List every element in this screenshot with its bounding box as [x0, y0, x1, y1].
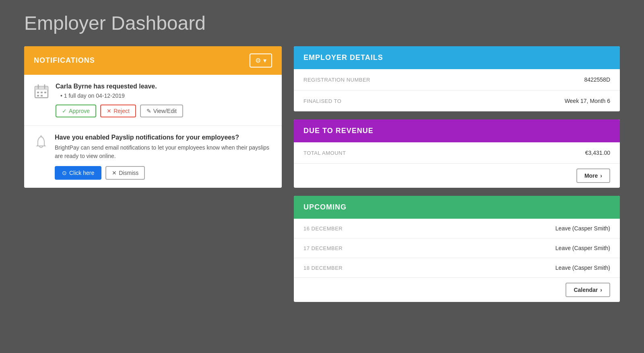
notif-leave-title: Carla Byrne has requested leave.: [56, 83, 272, 90]
view-edit-button[interactable]: ✎ View/Edit: [140, 105, 183, 117]
reject-label: Reject: [114, 108, 130, 114]
due-to-revenue-title: DUE TO REVENUE: [303, 127, 374, 135]
upcoming-event-2: Leave (Casper Smith): [555, 245, 610, 251]
notifications-header: NOTIFICATIONS ⚙ ▾: [24, 46, 282, 75]
upcoming-footer: Calendar ›: [294, 278, 620, 302]
upcoming-row-3: 18 DECEMBER Leave (Casper Smith): [294, 258, 620, 278]
circle-arrow-icon: ⊙: [62, 170, 67, 176]
due-to-revenue-header: DUE TO REVENUE: [294, 119, 620, 142]
upcoming-body: 16 DECEMBER Leave (Casper Smith) 17 DECE…: [294, 219, 620, 302]
total-amount-row: TOTAL AMOUNT €3,431.00: [294, 142, 620, 164]
notification-leave-request: Carla Byrne has requested leave. • 1 ful…: [24, 75, 282, 126]
registration-number-value: 8422558D: [584, 76, 610, 83]
finalised-to-row: FINALISED TO Week 17, Month 6: [294, 90, 620, 111]
more-chevron-right-icon: ›: [600, 172, 602, 179]
finalised-to-value: Week 17, Month 6: [565, 98, 610, 104]
due-to-revenue-footer: More ›: [294, 164, 620, 188]
times-icon: ✕: [107, 108, 111, 114]
page-title: Employer Dashboard: [24, 12, 620, 34]
upcoming-row-1: 16 DECEMBER Leave (Casper Smith): [294, 219, 620, 238]
upcoming-title: UPCOMING: [303, 203, 347, 211]
due-to-revenue-card: DUE TO REVENUE TOTAL AMOUNT €3,431.00 Mo…: [294, 119, 620, 188]
svg-rect-6: [44, 92, 46, 93]
left-panel: NOTIFICATIONS ⚙ ▾: [24, 46, 282, 188]
check-icon: ✓: [62, 108, 67, 114]
upcoming-event-1: Leave (Casper Smith): [555, 225, 610, 232]
total-amount-value: €3,431.00: [585, 150, 610, 156]
notif-row-1: Carla Byrne has requested leave. • 1 ful…: [34, 83, 272, 117]
chevron-down-icon: ▾: [263, 57, 266, 64]
pencil-icon: ✎: [147, 108, 151, 114]
dismiss-button[interactable]: ✕ Dismiss: [105, 166, 145, 180]
upcoming-date-3: 18 DECEMBER: [303, 265, 343, 271]
svg-rect-1: [35, 86, 48, 90]
svg-rect-5: [41, 92, 43, 93]
svg-rect-4: [37, 92, 39, 93]
calendar-icon: [34, 84, 49, 102]
registration-number-label: REGISTRATION NUMBER: [303, 77, 370, 83]
upcoming-event-3: Leave (Casper Smith): [555, 265, 610, 271]
view-edit-label: View/Edit: [153, 108, 177, 114]
notifications-settings-button[interactable]: ⚙ ▾: [250, 53, 272, 68]
upcoming-row-2: 17 DECEMBER Leave (Casper Smith): [294, 238, 620, 258]
employer-details-header: EMPLOYER DETAILS: [294, 46, 620, 69]
click-here-button[interactable]: ⊙ Click here: [55, 166, 101, 180]
dismiss-times-icon: ✕: [112, 170, 117, 176]
notif-content-2: Have you enabled Payslip notifications f…: [55, 134, 272, 180]
upcoming-card: UPCOMING 16 DECEMBER Leave (Casper Smith…: [294, 196, 620, 302]
registration-number-row: REGISTRATION NUMBER 8422558D: [294, 69, 620, 90]
notif-payslip-body: BrightPay can send email notifications t…: [55, 144, 272, 160]
calendar-label: Calendar: [574, 287, 598, 293]
total-amount-label: TOTAL AMOUNT: [303, 150, 346, 156]
approve-label: Approve: [69, 108, 90, 114]
upcoming-date-1: 16 DECEMBER: [303, 226, 343, 232]
finalised-to-label: FINALISED TO: [303, 98, 341, 104]
notif-leave-detail: • 1 full day on 04-12-2019: [60, 92, 272, 99]
more-label: More: [584, 172, 598, 179]
notif-content-1: Carla Byrne has requested leave. • 1 ful…: [56, 83, 272, 117]
notif-leave-actions: ✓ Approve ✕ Reject ✎ View/Edit: [56, 105, 272, 117]
bell-icon: [34, 135, 48, 153]
upcoming-header: UPCOMING: [294, 196, 620, 219]
click-here-label: Click here: [69, 170, 94, 176]
notifications-card: NOTIFICATIONS ⚙ ▾: [24, 46, 282, 188]
svg-rect-8: [41, 95, 43, 96]
calendar-button[interactable]: Calendar ›: [566, 283, 610, 297]
upcoming-date-2: 17 DECEMBER: [303, 245, 343, 251]
notifications-body: Carla Byrne has requested leave. • 1 ful…: [24, 75, 282, 188]
more-button[interactable]: More ›: [576, 168, 610, 183]
notifications-title: NOTIFICATIONS: [34, 56, 95, 65]
notif-payslip-title: Have you enabled Payslip notifications f…: [55, 134, 272, 141]
calendar-chevron-right-icon: ›: [600, 287, 602, 293]
notif-row-2: Have you enabled Payslip notifications f…: [34, 134, 272, 180]
employer-details-title: EMPLOYER DETAILS: [303, 53, 383, 62]
dashboard-layout: NOTIFICATIONS ⚙ ▾: [24, 46, 620, 302]
approve-button[interactable]: ✓ Approve: [56, 105, 96, 117]
gear-icon: ⚙: [255, 57, 261, 64]
svg-rect-7: [37, 95, 39, 96]
employer-details-body: REGISTRATION NUMBER 8422558D FINALISED T…: [294, 69, 620, 111]
due-to-revenue-body: TOTAL AMOUNT €3,431.00 More ›: [294, 142, 620, 188]
right-panel: EMPLOYER DETAILS REGISTRATION NUMBER 842…: [294, 46, 620, 302]
dismiss-label: Dismiss: [119, 170, 138, 176]
employer-details-card: EMPLOYER DETAILS REGISTRATION NUMBER 842…: [294, 46, 620, 111]
notif-payslip-actions: ⊙ Click here ✕ Dismiss: [55, 166, 272, 180]
reject-button[interactable]: ✕ Reject: [100, 105, 136, 117]
notification-payslip: Have you enabled Payslip notifications f…: [24, 126, 282, 188]
